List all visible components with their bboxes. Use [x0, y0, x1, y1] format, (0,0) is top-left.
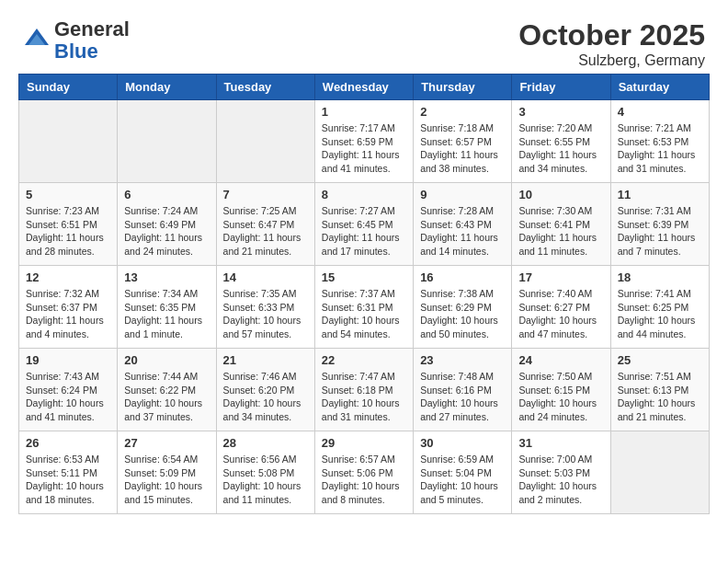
day-number: 26: [26, 436, 110, 450]
day-number: 13: [124, 270, 209, 284]
col-wednesday: Wednesday: [314, 75, 413, 100]
calendar-cell: 11Sunrise: 7:31 AM Sunset: 6:39 PM Dayli…: [610, 183, 709, 266]
calendar-cell: 25Sunrise: 7:51 AM Sunset: 6:13 PM Dayli…: [610, 349, 709, 431]
day-info: Sunrise: 7:51 AM Sunset: 6:13 PM Dayligh…: [618, 370, 702, 424]
calendar-cell: 8Sunrise: 7:27 AM Sunset: 6:45 PM Daylig…: [314, 183, 413, 266]
logo: General Blue: [23, 18, 130, 63]
logo-line1: General: [54, 17, 130, 40]
calendar-cell: [118, 100, 216, 183]
day-number: 24: [518, 353, 603, 367]
calendar-cell: 29Sunrise: 6:57 AM Sunset: 5:06 PM Dayli…: [314, 431, 413, 514]
day-number: 10: [518, 188, 603, 201]
day-number: 30: [420, 436, 505, 450]
day-info: Sunrise: 6:54 AM Sunset: 5:09 PM Dayligh…: [124, 453, 209, 507]
calendar-cell: 10Sunrise: 7:30 AM Sunset: 6:41 PM Dayli…: [512, 183, 610, 266]
day-number: 12: [26, 270, 110, 284]
day-number: 8: [322, 188, 406, 201]
day-info: Sunrise: 6:59 AM Sunset: 5:04 PM Dayligh…: [420, 453, 505, 507]
col-saturday: Saturday: [610, 75, 709, 100]
day-info: Sunrise: 7:43 AM Sunset: 6:24 PM Dayligh…: [26, 370, 110, 424]
day-number: 15: [322, 270, 406, 284]
day-number: 5: [26, 188, 110, 201]
day-info: Sunrise: 7:00 AM Sunset: 5:03 PM Dayligh…: [518, 453, 603, 507]
day-info: Sunrise: 7:31 AM Sunset: 6:39 PM Dayligh…: [618, 204, 702, 259]
day-info: Sunrise: 7:47 AM Sunset: 6:18 PM Dayligh…: [322, 370, 406, 424]
day-number: 11: [618, 188, 702, 201]
day-info: Sunrise: 7:44 AM Sunset: 6:22 PM Dayligh…: [124, 370, 209, 424]
calendar-cell: 9Sunrise: 7:28 AM Sunset: 6:43 PM Daylig…: [414, 183, 512, 266]
day-number: 19: [26, 353, 110, 367]
location: Sulzberg, Germany: [518, 52, 705, 69]
month-title: October 2025: [518, 18, 705, 52]
day-number: 31: [518, 436, 603, 450]
week-row-4: 26Sunrise: 6:53 AM Sunset: 5:11 PM Dayli…: [19, 431, 710, 514]
day-number: 23: [420, 353, 505, 367]
day-number: 7: [223, 188, 308, 201]
day-info: Sunrise: 7:40 AM Sunset: 6:27 PM Dayligh…: [518, 287, 603, 341]
calendar-cell: 16Sunrise: 7:38 AM Sunset: 6:29 PM Dayli…: [414, 266, 512, 349]
day-number: 6: [124, 188, 209, 201]
day-info: Sunrise: 7:32 AM Sunset: 6:37 PM Dayligh…: [26, 287, 110, 341]
week-row-1: 5Sunrise: 7:23 AM Sunset: 6:51 PM Daylig…: [19, 183, 710, 266]
logo-icon: [23, 27, 51, 54]
day-info: Sunrise: 7:50 AM Sunset: 6:15 PM Dayligh…: [518, 370, 603, 424]
day-number: 2: [420, 105, 505, 119]
day-number: 29: [322, 436, 406, 450]
logo-line2: Blue: [54, 40, 98, 63]
day-info: Sunrise: 7:18 AM Sunset: 6:57 PM Dayligh…: [420, 121, 505, 176]
calendar-cell: 30Sunrise: 6:59 AM Sunset: 5:04 PM Dayli…: [414, 431, 512, 514]
calendar-cell: 14Sunrise: 7:35 AM Sunset: 6:33 PM Dayli…: [216, 266, 314, 349]
day-info: Sunrise: 7:24 AM Sunset: 6:49 PM Dayligh…: [124, 204, 209, 259]
calendar-cell: 1Sunrise: 7:17 AM Sunset: 6:59 PM Daylig…: [314, 100, 413, 183]
calendar-cell: [216, 100, 314, 183]
day-info: Sunrise: 7:30 AM Sunset: 6:41 PM Dayligh…: [518, 204, 603, 259]
calendar-cell: 28Sunrise: 6:56 AM Sunset: 5:08 PM Dayli…: [216, 431, 314, 514]
calendar-cell: 6Sunrise: 7:24 AM Sunset: 6:49 PM Daylig…: [118, 183, 216, 266]
calendar-cell: 17Sunrise: 7:40 AM Sunset: 6:27 PM Dayli…: [512, 266, 610, 349]
day-info: Sunrise: 6:56 AM Sunset: 5:08 PM Dayligh…: [223, 453, 308, 507]
day-number: 16: [420, 270, 505, 284]
day-number: 4: [618, 105, 702, 119]
day-info: Sunrise: 7:37 AM Sunset: 6:31 PM Dayligh…: [322, 287, 406, 341]
calendar-cell: 2Sunrise: 7:18 AM Sunset: 6:57 PM Daylig…: [414, 100, 512, 183]
day-info: Sunrise: 7:46 AM Sunset: 6:20 PM Dayligh…: [223, 370, 308, 424]
calendar-cell: 27Sunrise: 6:54 AM Sunset: 5:09 PM Dayli…: [118, 431, 216, 514]
week-row-2: 12Sunrise: 7:32 AM Sunset: 6:37 PM Dayli…: [19, 266, 710, 349]
day-info: Sunrise: 6:53 AM Sunset: 5:11 PM Dayligh…: [26, 453, 110, 507]
day-info: Sunrise: 7:23 AM Sunset: 6:51 PM Dayligh…: [26, 204, 110, 259]
day-number: 27: [124, 436, 209, 450]
calendar-cell: 21Sunrise: 7:46 AM Sunset: 6:20 PM Dayli…: [216, 349, 314, 431]
calendar-cell: 18Sunrise: 7:41 AM Sunset: 6:25 PM Dayli…: [610, 266, 709, 349]
day-number: 25: [618, 353, 702, 367]
calendar-cell: 22Sunrise: 7:47 AM Sunset: 6:18 PM Dayli…: [314, 349, 413, 431]
week-row-3: 19Sunrise: 7:43 AM Sunset: 6:24 PM Dayli…: [19, 349, 710, 431]
day-info: Sunrise: 7:21 AM Sunset: 6:53 PM Dayligh…: [618, 121, 702, 176]
calendar-cell: 19Sunrise: 7:43 AM Sunset: 6:24 PM Dayli…: [19, 349, 118, 431]
day-number: 18: [618, 270, 702, 284]
calendar-cell: 31Sunrise: 7:00 AM Sunset: 5:03 PM Dayli…: [512, 431, 610, 514]
day-info: Sunrise: 7:35 AM Sunset: 6:33 PM Dayligh…: [223, 287, 308, 341]
day-number: 17: [518, 270, 603, 284]
calendar-cell: 23Sunrise: 7:48 AM Sunset: 6:16 PM Dayli…: [414, 349, 512, 431]
day-info: Sunrise: 7:28 AM Sunset: 6:43 PM Dayligh…: [420, 204, 505, 259]
calendar-cell: 5Sunrise: 7:23 AM Sunset: 6:51 PM Daylig…: [19, 183, 118, 266]
calendar-cell: 15Sunrise: 7:37 AM Sunset: 6:31 PM Dayli…: [314, 266, 413, 349]
col-thursday: Thursday: [414, 75, 512, 100]
page-header: General Blue October 2025 Sulzberg, Germ…: [9, 9, 719, 74]
day-number: 21: [223, 353, 308, 367]
calendar-cell: [610, 431, 709, 514]
calendar-cell: 4Sunrise: 7:21 AM Sunset: 6:53 PM Daylig…: [610, 100, 709, 183]
calendar-cell: 24Sunrise: 7:50 AM Sunset: 6:15 PM Dayli…: [512, 349, 610, 431]
calendar-cell: 13Sunrise: 7:34 AM Sunset: 6:35 PM Dayli…: [118, 266, 216, 349]
day-number: 14: [223, 270, 308, 284]
header-row: Sunday Monday Tuesday Wednesday Thursday…: [19, 75, 710, 100]
day-number: 1: [322, 105, 406, 119]
day-info: Sunrise: 7:27 AM Sunset: 6:45 PM Dayligh…: [322, 204, 406, 259]
calendar-cell: 3Sunrise: 7:20 AM Sunset: 6:55 PM Daylig…: [512, 100, 610, 183]
title-block: October 2025 Sulzberg, Germany: [518, 18, 705, 69]
calendar-cell: 12Sunrise: 7:32 AM Sunset: 6:37 PM Dayli…: [19, 266, 118, 349]
col-tuesday: Tuesday: [216, 75, 314, 100]
day-info: Sunrise: 7:41 AM Sunset: 6:25 PM Dayligh…: [618, 287, 702, 341]
col-sunday: Sunday: [19, 75, 118, 100]
col-monday: Monday: [118, 75, 216, 100]
